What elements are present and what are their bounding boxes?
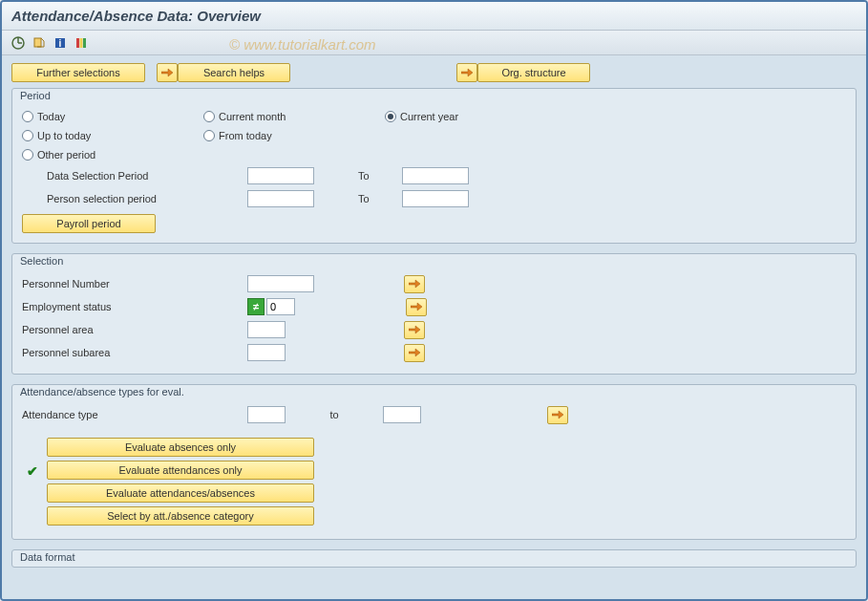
search-helps-arrow-button[interactable] (157, 63, 178, 82)
radio-up-to-today[interactable]: Up to today (22, 126, 203, 145)
radio-from-today[interactable]: From today (203, 126, 385, 145)
org-structure-button[interactable]: Org. structure (477, 63, 590, 82)
attendance-type-to-input[interactable] (383, 406, 421, 423)
radio-dot-selected-icon (385, 111, 396, 122)
payroll-period-label: Payroll period (56, 218, 120, 229)
radio-dot-icon (22, 111, 33, 122)
radio-up-to-today-label: Up to today (37, 130, 91, 141)
personnel-subarea-label: Personnel subarea (22, 347, 242, 358)
variant-icon[interactable] (31, 34, 48, 52)
employment-status-label: Employment status (22, 301, 242, 312)
svg-rect-8 (83, 38, 86, 48)
personnel-subarea-multi-button[interactable] (404, 344, 425, 362)
svg-rect-7 (80, 38, 83, 48)
radio-other-period-label: Other period (37, 149, 95, 161)
svg-rect-6 (76, 38, 79, 48)
radio-dot-icon (203, 111, 215, 122)
employment-status-input[interactable] (266, 298, 295, 315)
evaluate-absences-label: Evaluate absences only (125, 441, 236, 453)
search-helps-button[interactable]: Search helps (178, 63, 290, 82)
app-toolbar: i (2, 31, 866, 55)
color-legend-icon[interactable] (73, 34, 90, 52)
radio-from-today-label: From today (219, 130, 272, 141)
attendance-types-title: Attendance/absence types for eval. (12, 384, 856, 397)
check-icon: ✔ (22, 463, 43, 479)
top-button-row: Further selections Search helps Org. str… (11, 63, 857, 82)
selection-group-title: Selection (12, 253, 856, 267)
not-equal-icon[interactable]: ≠ (247, 298, 265, 315)
personnel-area-multi-button[interactable] (404, 321, 425, 339)
person-selection-to-input[interactable] (402, 190, 469, 207)
radio-other-period[interactable]: Other period (22, 145, 203, 164)
data-format-title: Data format (12, 549, 856, 567)
evaluate-attendances-button[interactable]: Evaluate attendances only (47, 461, 314, 480)
to-label: To (358, 170, 396, 182)
org-structure-label: Org. structure (501, 67, 565, 78)
info-icon[interactable]: i (52, 34, 69, 52)
radio-dot-icon (22, 149, 33, 161)
execute-icon[interactable] (10, 34, 27, 52)
personnel-subarea-input[interactable] (247, 344, 286, 361)
select-by-category-label: Select by att./absence category (107, 510, 253, 522)
radio-current-month-label: Current month (219, 111, 286, 122)
radio-current-year-label: Current year (400, 111, 458, 122)
radio-dot-icon (203, 130, 215, 141)
attendance-type-from-input[interactable] (247, 406, 286, 423)
page-title: Attendance/Absence Data: Overview (2, 2, 866, 31)
person-selection-from-input[interactable] (247, 190, 314, 207)
personnel-area-label: Personnel area (22, 324, 242, 335)
period-group-title: Period (12, 88, 856, 101)
period-group: Period Today Current month Current year (11, 88, 857, 244)
evaluate-absences-button[interactable]: Evaluate absences only (47, 438, 314, 457)
evaluate-both-button[interactable]: Evaluate attendances/absences (47, 483, 314, 503)
content-area: Further selections Search helps Org. str… (2, 55, 866, 601)
search-helps-label: Search helps (203, 67, 265, 78)
radio-current-year[interactable]: Current year (385, 107, 566, 126)
svg-text:i: i (59, 38, 62, 49)
org-structure-arrow-button[interactable] (456, 63, 477, 82)
personnel-number-input[interactable] (247, 275, 314, 292)
to-label: To (358, 193, 396, 204)
personnel-area-input[interactable] (247, 321, 286, 338)
data-selection-label: Data Selection Period (22, 170, 242, 182)
attendance-types-group: Attendance/absence types for eval. Atten… (11, 384, 857, 540)
further-selections-label: Further selections (36, 67, 119, 78)
radio-today[interactable]: Today (22, 107, 203, 126)
to-label-lc: to (291, 409, 377, 420)
employment-status-multi-button[interactable] (406, 298, 427, 316)
data-selection-from-input[interactable] (247, 167, 314, 184)
data-format-group: Data format (11, 549, 857, 568)
selection-group: Selection Personnel Number Employment st… (11, 253, 857, 375)
payroll-period-button[interactable]: Payroll period (22, 214, 156, 233)
attendance-type-label: Attendance type (22, 409, 242, 420)
personnel-number-label: Personnel Number (22, 278, 242, 290)
person-selection-label: Person selection period (22, 193, 242, 204)
evaluate-attendances-label: Evaluate attendances only (118, 464, 242, 476)
data-selection-to-input[interactable] (402, 167, 469, 184)
evaluate-both-label: Evaluate attendances/absences (106, 487, 255, 499)
radio-today-label: Today (37, 111, 65, 122)
radio-dot-icon (22, 130, 33, 141)
svg-rect-3 (34, 38, 41, 47)
personnel-number-multi-button[interactable] (404, 275, 425, 293)
radio-current-month[interactable]: Current month (203, 107, 385, 126)
further-selections-button[interactable]: Further selections (11, 63, 145, 82)
select-by-category-button[interactable]: Select by att./absence category (47, 506, 314, 526)
attendance-type-multi-button[interactable] (547, 406, 568, 424)
